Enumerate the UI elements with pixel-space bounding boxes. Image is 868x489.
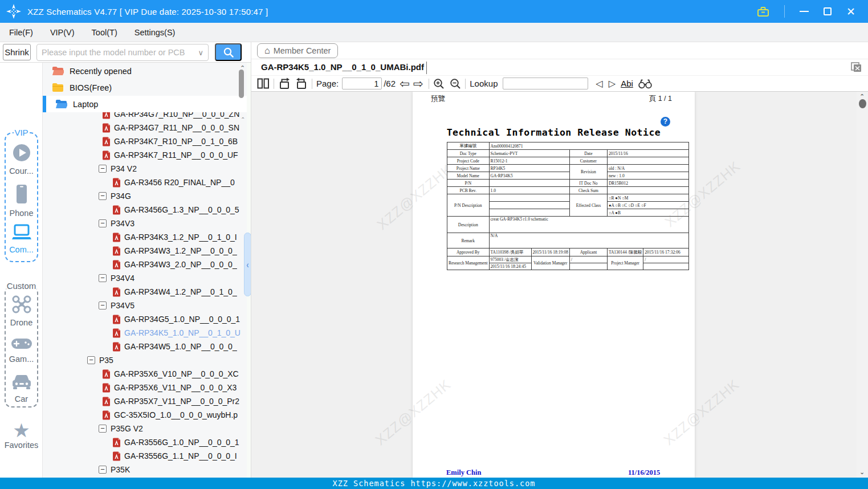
minimize-button[interactable] (800, 11, 809, 12)
chevron-down-icon[interactable]: ∨ (198, 48, 203, 57)
tree-file[interactable]: GA-R3456 R20_FINAL_NP__0 (43, 176, 247, 189)
close-button[interactable]: ✕ (846, 6, 855, 17)
project-code-value: R15012-1 (489, 157, 569, 165)
menu-vip[interactable]: VIP(V) (50, 28, 75, 37)
previous-page-icon[interactable]: ⇦ (400, 77, 410, 91)
tree-file[interactable]: GC-35X5IO_1.0__0_0_0_wuybH.p (43, 408, 247, 422)
search-input[interactable] (42, 48, 198, 57)
tree-file[interactable]: GA-RP34W5_1.0_NP__0_0_0_ (43, 340, 247, 353)
sidebar-item-drone[interactable]: Drone (5, 294, 38, 327)
tree-file-list: GA-RP34G7_R10_NP__0_0_0_ZNGA-RP34G7_R11_… (43, 112, 247, 478)
search-all-binoculars-icon[interactable] (638, 79, 653, 89)
tree-file[interactable]: GA-RP34K3_1.2_NP__0_1_0_I (43, 230, 247, 244)
sidebar-item-game[interactable]: Gam... (5, 336, 38, 364)
tree-file[interactable]: GA-RP34K5_1.0_NP__0_1_0_U (43, 326, 247, 340)
close-document-icon[interactable] (851, 62, 862, 72)
tree-group[interactable]: −P34V3 (43, 217, 247, 230)
rotate-right-icon[interactable] (295, 78, 308, 89)
menu-tool[interactable]: Tool(T) (92, 28, 117, 37)
tree-folder-recently-opened[interactable]: Recently opened (43, 63, 247, 79)
match-case-toggle[interactable]: Abi (621, 79, 633, 88)
research-time-value: 2015/11/16 18:24:45 (489, 263, 531, 270)
member-center-button[interactable]: ⌂ Member Center (257, 43, 338, 58)
tree-group[interactable]: −P35G V2 (43, 422, 247, 435)
zoom-in-icon[interactable] (433, 78, 445, 89)
viewer-scrollbar[interactable]: ⌃ ⌄ (857, 92, 868, 478)
tree-file[interactable]: GA-RP34G7_R11_NP__0_0_0_SN (43, 121, 247, 135)
tree-file[interactable]: GA-RP34K7_R10_NP__0_1_0_6B (43, 135, 247, 148)
two-page-view-icon[interactable] (257, 78, 270, 89)
help-icon[interactable]: ? (661, 117, 670, 127)
pdf-file-icon (112, 205, 121, 215)
sidebar-item-course[interactable]: Cour... (5, 142, 38, 176)
tree-file[interactable]: GA-RP34G5_1.0_NP__0_0_0_1 (43, 312, 247, 326)
tree-file[interactable]: GA-RP34K7_R11_NP__0_0_0_UF (43, 148, 247, 162)
tree-group[interactable]: −P35 (43, 353, 247, 367)
tab-separator (426, 62, 427, 74)
lookup-input[interactable] (503, 78, 588, 89)
sidebar-item-phone[interactable]: Phone (5, 184, 38, 218)
sidebar-item-computer[interactable]: Com... (5, 223, 38, 254)
zoom-out-icon[interactable] (450, 78, 461, 89)
tree-list-scroll-up-icon[interactable]: ⌃ (241, 116, 245, 123)
find-next-icon[interactable]: ▷ (609, 78, 616, 89)
tree-item-label: GA-RP35X6_V11_NP__0_0_0_X3 (114, 383, 237, 392)
applicant-value: TA130144 /陳騰毅 (607, 248, 643, 256)
sidebar-item-label: Favorites (5, 441, 39, 450)
tree-folder-bios[interactable]: BIOS(Free) (43, 79, 247, 96)
tree-folder-laptop[interactable]: Laptop (43, 96, 247, 112)
tree-file[interactable]: GA-RP34W3_1.2_NP__0_0_0_ (43, 244, 247, 258)
tree-group[interactable]: −P34 V2 (43, 162, 247, 176)
tree-scrollbar-thumb[interactable] (239, 70, 244, 98)
tree-file[interactable]: GA-RP34W4_1.2_NP__0_1_0_ (43, 285, 247, 299)
tree-group[interactable]: −P34G (43, 189, 247, 203)
tree-group[interactable]: −P35K (43, 463, 247, 476)
find-previous-icon[interactable]: ◁ (596, 78, 603, 89)
pdf-preview-label: 預覽 (431, 94, 445, 104)
tree-file[interactable]: GA-R3556G_1.0_NP__0_0_0_1 (43, 435, 247, 449)
tree-group[interactable]: −P34V5 (43, 299, 247, 312)
gamepad-icon (10, 336, 33, 351)
date-label: Date (569, 150, 607, 157)
pdf-file-icon (112, 233, 121, 242)
applicant-time-value: 2015/11/16 17:32:06 (643, 248, 689, 256)
model-search-combobox[interactable]: ∨ (36, 44, 209, 61)
search-button[interactable] (215, 43, 242, 61)
tree-file[interactable]: GA-RP35X6_V10_NP__0_0_0_XC (43, 367, 247, 381)
sidebar-item-car[interactable]: Car (5, 373, 38, 404)
page-number-input[interactable] (342, 78, 382, 89)
menu-file[interactable]: File(F) (9, 28, 33, 37)
tree-item-label: P34 V2 (111, 164, 137, 173)
pdf-file-icon (102, 123, 111, 133)
notice-title: Technical Information Release Notice (413, 127, 695, 138)
tree-item-label: GA-RP34G7_R11_NP__0_0_0_SN (114, 123, 239, 132)
menu-settings[interactable]: Settings(S) (135, 28, 176, 37)
pdf-viewer-area[interactable]: 預覽 頁 1 / 1 ? Technical Information Relea… (251, 92, 857, 478)
tree-file[interactable]: GA-RP35X7_V11_NP__0_0_0_Pr2 (43, 394, 247, 408)
drone-icon (11, 294, 32, 315)
collapse-left-chevron-icon: ‹ (247, 259, 249, 270)
sidebar-item-favorites[interactable]: ★ Favorites (0, 421, 43, 450)
scroll-down-icon[interactable]: ⌄ (859, 468, 865, 476)
research-management-label: Research Management (447, 256, 490, 270)
tree-file[interactable]: GA-RP34W3_2.0_NP__0_0_0_ (43, 258, 247, 271)
tree-file[interactable]: GA-RP34G7_R10_NP__0_0_0_ZN (43, 112, 247, 121)
shrink-button[interactable]: Shrink (3, 44, 31, 60)
next-page-icon[interactable]: ⇨ (413, 77, 423, 91)
collapse-minus-icon: − (99, 425, 107, 433)
tree-file[interactable]: GA-R3456G_1.3_NP__0_0_0_5 (43, 203, 247, 217)
scrollbar-thumb[interactable] (859, 99, 866, 108)
document-tab[interactable]: GA-RP34K5_1.0_NP__0_1_0_UMABi.pdf (261, 62, 424, 72)
rotate-left-icon[interactable] (278, 78, 291, 89)
tree-file[interactable]: GA-R3556G_1.1_NP__0_0_0_I (43, 449, 247, 463)
briefcase-icon[interactable] (757, 6, 769, 17)
maximize-button[interactable] (824, 7, 832, 15)
tree-group[interactable]: −P34V4 (43, 271, 247, 285)
app-logo-icon (6, 3, 22, 19)
pdf-file-icon (102, 137, 111, 146)
pdf-file-icon (102, 410, 111, 420)
tree-file[interactable]: GA-RP35X6_V11_NP__0_0_0_X3 (43, 381, 247, 394)
folder-icon (52, 66, 64, 76)
tree-item-label: P35G V2 (111, 424, 143, 433)
star-icon: ★ (0, 421, 43, 440)
